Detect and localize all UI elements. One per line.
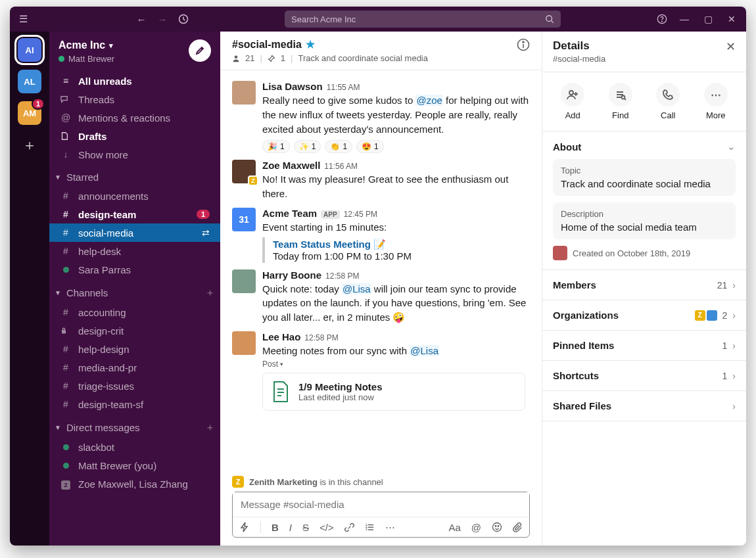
search-input[interactable]: Search Acme Inc — [285, 11, 561, 28]
avatar[interactable] — [232, 331, 256, 355]
list-icon[interactable]: 123 — [365, 523, 375, 532]
details-more-button[interactable]: ⋯ More — [704, 83, 728, 120]
about-heading[interactable]: About — [553, 141, 581, 152]
dm-item[interactable]: 2Zoe Maxwell, Lisa Zhang — [55, 475, 215, 493]
workspace-switch[interactable]: AL — [18, 70, 41, 93]
hamburger-icon[interactable]: ☰ — [18, 14, 28, 24]
details-shared-files[interactable]: Shared Files › — [542, 391, 746, 421]
details-button[interactable] — [517, 38, 530, 51]
channel-topic[interactable]: Track and coordinate social media — [298, 53, 428, 63]
channel-item-announcements[interactable]: #announcements — [55, 187, 215, 205]
workspace-switch[interactable]: AM 1 — [18, 101, 41, 125]
message[interactable]: Harry Boone12:58 PM Quick note: today @L… — [220, 267, 542, 329]
channel-item-help-desk[interactable]: #help-desk — [55, 242, 215, 260]
channel-item[interactable]: design-crit — [55, 321, 215, 340]
author[interactable]: Lee Hao — [262, 331, 300, 342]
avatar[interactable]: 31 — [232, 208, 256, 231]
italic-icon[interactable]: I — [289, 522, 292, 533]
dm-item-sara[interactable]: Sara Parras — [55, 260, 215, 279]
details-find-button[interactable]: Find — [609, 83, 632, 120]
mention[interactable]: @zoe — [415, 95, 442, 106]
workspace-menu[interactable]: Acme Inc ▾ — [59, 39, 114, 51]
message[interactable]: Lee Hao12:58 PM Meeting notes from our s… — [220, 329, 542, 415]
channel-item-social-media[interactable]: #social-media⇄ — [49, 223, 220, 242]
close-icon[interactable]: ✕ — [725, 14, 738, 24]
author[interactable]: Lisa Dawson — [262, 81, 323, 92]
minimize-icon[interactable]: — — [678, 14, 691, 24]
section-channels[interactable]: ▼Channels＋ — [49, 280, 220, 302]
reaction[interactable]: 👏1 — [325, 140, 352, 153]
details-add-button[interactable]: Add — [561, 83, 584, 120]
text-format-icon[interactable]: Aa — [448, 522, 460, 533]
author[interactable]: Harry Boone — [262, 269, 321, 281]
emoji-icon[interactable] — [492, 522, 502, 532]
chevron-down-icon[interactable]: ⌄ — [727, 141, 736, 152]
help-icon[interactable] — [657, 14, 667, 24]
reaction[interactable]: ✨1 — [294, 140, 321, 153]
channel-item-design-team[interactable]: #design-team1 — [55, 205, 215, 223]
channel-item[interactable]: #media-and-pr — [55, 358, 215, 377]
code-icon[interactable]: </> — [319, 522, 334, 533]
nav-forward-icon[interactable]: → — [157, 14, 168, 24]
add-channel-button[interactable]: ＋ — [205, 287, 215, 299]
event-attachment[interactable]: Team Status Meeting 📝 Today from 1:00 PM… — [262, 237, 530, 263]
bold-icon[interactable]: B — [272, 522, 279, 533]
message-composer[interactable]: B I S </> 123 ⋯ Aa @ — [232, 492, 530, 538]
composer-input[interactable] — [233, 492, 529, 517]
member-count[interactable]: 21 — [245, 53, 254, 63]
user-status[interactable]: Matt Brewer — [59, 54, 114, 64]
avatar[interactable]: Z — [232, 160, 256, 183]
reaction[interactable]: 🎉1 — [262, 140, 290, 153]
details-call-button[interactable]: Call — [656, 83, 680, 120]
attach-icon[interactable] — [513, 523, 523, 532]
channel-title[interactable]: #social-media ★ — [232, 38, 428, 51]
mention[interactable]: @Lisa — [410, 345, 439, 356]
channel-item[interactable]: #help-design — [55, 340, 215, 358]
avatar[interactable] — [232, 269, 256, 293]
nav-back-icon[interactable]: ← — [136, 14, 147, 24]
strike-icon[interactable]: S — [302, 522, 309, 533]
workspace-switch[interactable]: AI — [18, 38, 41, 62]
sidebar-show-more[interactable]: ↓Show more — [55, 145, 215, 164]
details-pinned[interactable]: Pinned Items 1› — [542, 331, 746, 361]
close-details-button[interactable]: ✕ — [726, 39, 736, 64]
compose-button[interactable] — [189, 39, 211, 62]
details-shortcuts[interactable]: Shortcuts 1› — [542, 361, 746, 391]
sidebar-item-threads[interactable]: Threads — [55, 90, 215, 108]
section-dms[interactable]: ▼Direct messages＋ — [49, 415, 220, 436]
link-icon[interactable] — [344, 523, 354, 532]
details-members[interactable]: Members 21› — [542, 270, 746, 300]
add-dm-button[interactable]: ＋ — [205, 421, 215, 434]
sidebar-item-drafts[interactable]: Drafts — [55, 127, 215, 145]
reaction[interactable]: 😍1 — [356, 140, 384, 153]
post-attachment[interactable]: 1/9 Meeting Notes Last edited just now — [262, 373, 525, 411]
channel-item[interactable]: #triage-issues — [55, 377, 215, 395]
author[interactable]: Acme Team — [262, 208, 317, 219]
author[interactable]: Zoe Maxwell — [262, 160, 320, 171]
post-type[interactable]: Post▾ — [262, 360, 530, 369]
details-organizations[interactable]: Organizations Z 2› — [542, 300, 746, 331]
add-workspace-button[interactable]: ＋ — [22, 135, 37, 155]
avatar[interactable] — [232, 81, 256, 105]
topic-card[interactable]: Topic Track and coordinate social media — [553, 159, 736, 196]
star-icon[interactable]: ★ — [306, 38, 315, 51]
channel-item[interactable]: #design-team-sf — [55, 395, 215, 413]
creator-avatar[interactable] — [553, 246, 567, 260]
section-starred[interactable]: ▼Starred — [49, 165, 220, 185]
message[interactable]: Lisa Dawson11:55 AM Really need to give … — [220, 78, 542, 157]
maximize-icon[interactable]: ▢ — [701, 14, 715, 24]
sidebar-item-mentions[interactable]: @Mentions & reactions — [55, 108, 215, 127]
mention-icon[interactable]: @ — [471, 522, 481, 533]
mention[interactable]: @Lisa — [342, 283, 371, 294]
message[interactable]: Z Zoe Maxwell11:56 AM No! It was my plea… — [220, 157, 542, 205]
description-card[interactable]: Description Home of the social media tea… — [553, 202, 736, 239]
dm-item[interactable]: Matt Brewer (you) — [55, 456, 215, 475]
sidebar-item-all-unreads[interactable]: ≡All unreads — [55, 72, 215, 90]
lightning-icon[interactable] — [239, 522, 250, 532]
channel-item[interactable]: #accounting — [55, 303, 215, 321]
pin-count[interactable]: 1 — [281, 53, 285, 63]
more-formatting-icon[interactable]: ⋯ — [385, 521, 395, 533]
history-icon[interactable] — [178, 14, 189, 24]
dm-item[interactable]: slackbot — [55, 438, 215, 456]
message[interactable]: 31 Acme TeamAPP12:45 PM Event starting i… — [220, 205, 542, 267]
